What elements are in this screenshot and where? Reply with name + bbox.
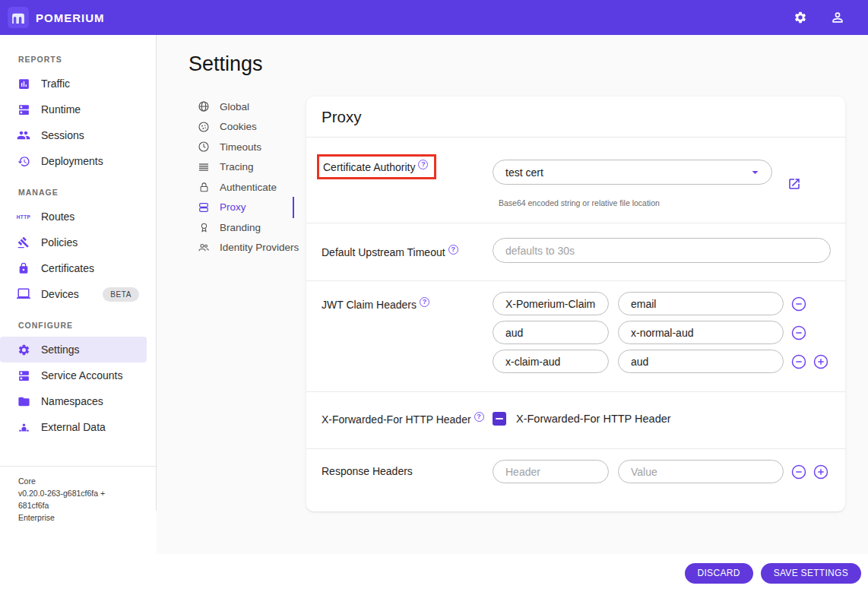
page-title: Settings — [188, 50, 868, 78]
certificate-authority-helper: Base64 encoded string or relative file l… — [499, 198, 831, 207]
jwt-claim-pair — [493, 321, 831, 344]
proxy-settings-card: Proxy Certificate Authority test cert — [306, 97, 845, 511]
devices-icon — [17, 287, 30, 301]
x-forwarded-for-checkbox[interactable] — [493, 412, 506, 426]
sidebar-item-policies[interactable]: Policies — [0, 230, 147, 255]
sidebar-item-namespaces[interactable]: Namespaces — [0, 388, 147, 414]
jwt-claim-header-input[interactable] — [493, 350, 609, 373]
clock-icon — [198, 141, 210, 153]
add-row-icon[interactable] — [813, 464, 829, 480]
tab-timeouts[interactable]: Timeouts — [188, 137, 306, 157]
sidebar-item-service-accounts[interactable]: Service Accounts — [0, 362, 147, 388]
subnav-label: Cookies — [220, 121, 257, 132]
jwt-claim-value-input[interactable] — [618, 321, 784, 344]
jwt-claim-header-input[interactable] — [493, 292, 609, 315]
response-header-value-input[interactable] — [618, 460, 784, 483]
remove-row-icon[interactable] — [790, 464, 807, 480]
help-icon[interactable] — [474, 412, 484, 422]
sidebar-item-settings[interactable]: Settings — [0, 337, 147, 362]
sessions-icon — [17, 128, 30, 142]
jwt-claim-headers-row: JWT Claim Headers — [306, 281, 845, 391]
sidebar-item-label: Routes — [41, 211, 74, 223]
certificate-authority-label: Certificate Authority — [323, 161, 415, 173]
save-settings-button[interactable]: SAVE SETTINGS — [761, 563, 861, 584]
certificate-authority-row: Certificate Authority test cert — [306, 138, 845, 223]
pomerium-logo-icon — [8, 7, 29, 28]
runtime-icon — [17, 103, 30, 116]
sidebar: REPORTS Traffic Runtime Sessions Deploym… — [0, 35, 157, 554]
sidebar-item-external-data[interactable]: External Data — [0, 414, 147, 440]
settings-gear-icon[interactable] — [794, 11, 807, 24]
help-icon[interactable] — [418, 160, 428, 169]
discard-button[interactable]: DISCARD — [685, 563, 753, 584]
sidebar-item-label: Settings — [41, 343, 80, 356]
tab-global[interactable]: Global — [188, 97, 306, 117]
sidebar-item-routes[interactable]: HTTP Routes — [0, 204, 147, 230]
lock-icon — [198, 181, 210, 193]
version-product: Core — [18, 475, 138, 487]
namespaces-icon — [17, 394, 30, 408]
help-icon[interactable] — [448, 245, 458, 255]
subnav-label: Proxy — [220, 201, 246, 213]
card-title: Proxy — [306, 97, 845, 137]
jwt-claim-value-input[interactable] — [618, 292, 784, 315]
add-row-icon[interactable] — [813, 353, 829, 370]
default-upstream-timeout-row: Default Upstream Timeout — [306, 223, 845, 280]
subnav-label: Global — [220, 101, 249, 112]
sidebar-item-label: Policies — [41, 236, 78, 249]
jwt-claim-headers-label: JWT Claim Headers — [322, 299, 417, 311]
tab-branding[interactable]: Branding — [188, 217, 306, 238]
beta-badge: BETA — [103, 287, 139, 302]
tab-tracing[interactable]: Tracing — [188, 157, 306, 178]
sidebar-item-certificates[interactable]: Certificates — [0, 255, 147, 281]
tab-cookies[interactable]: Cookies — [188, 117, 306, 138]
response-header-name-input[interactable] — [493, 460, 609, 483]
routes-icon: HTTP — [17, 210, 30, 223]
tracing-icon — [198, 161, 210, 173]
brand-name: POMERIUM — [36, 11, 105, 24]
sidebar-item-devices[interactable]: Devices BETA — [0, 281, 147, 307]
account-icon[interactable] — [830, 10, 845, 25]
traffic-icon — [17, 77, 30, 90]
external-link-icon[interactable] — [787, 177, 801, 191]
sidebar-item-label: Certificates — [41, 262, 94, 274]
sidebar-item-runtime[interactable]: Runtime — [0, 97, 147, 122]
help-icon[interactable] — [420, 297, 429, 307]
sidebar-item-deployments[interactable]: Deployments — [0, 148, 147, 174]
x-forwarded-for-row: X-Forwarded-For HTTP Header X-Forwarded-… — [306, 392, 845, 448]
sidebar-item-label: Devices — [41, 288, 79, 300]
annotation-highlight-box: Certificate Authority — [317, 154, 436, 179]
sidebar-item-label: Runtime — [41, 103, 81, 116]
settings-subnav: Global Cookies Timeouts — [188, 97, 306, 258]
tab-identity-providers[interactable]: Identity Providers — [188, 238, 306, 258]
sidebar-item-traffic[interactable]: Traffic — [0, 71, 147, 97]
subnav-label: Identity Providers — [220, 242, 299, 253]
cookie-icon — [198, 121, 210, 133]
subnav-label: Authenticate — [220, 182, 277, 193]
service-accounts-icon — [17, 369, 30, 382]
jwt-claim-value-input[interactable] — [618, 350, 784, 373]
response-header-pair — [493, 460, 831, 483]
tab-authenticate[interactable]: Authenticate — [188, 177, 306, 198]
sidebar-section-reports: REPORTS — [0, 41, 157, 71]
x-forwarded-for-label: X-Forwarded-For HTTP Header — [322, 413, 471, 426]
default-upstream-timeout-input[interactable] — [493, 238, 831, 263]
proxy-icon — [198, 201, 210, 214]
sidebar-item-label: Traffic — [41, 78, 70, 90]
remove-row-icon[interactable] — [790, 324, 807, 341]
sidebar-item-label: Namespaces — [41, 395, 103, 407]
certificate-authority-select[interactable]: test cert — [493, 160, 772, 185]
version-info: Core v0.20.0-263-g681cf6fa + 681cf6fa En… — [0, 466, 156, 532]
sidebar-item-sessions[interactable]: Sessions — [0, 122, 147, 148]
default-upstream-timeout-label: Default Upstream Timeout — [322, 246, 445, 258]
remove-row-icon[interactable] — [790, 353, 807, 370]
tab-proxy[interactable]: Proxy — [188, 198, 306, 218]
sidebar-section-configure: CONFIGURE — [0, 307, 157, 337]
jwt-claim-header-input[interactable] — [493, 321, 609, 344]
external-data-icon — [17, 420, 30, 434]
settings-icon — [17, 343, 30, 356]
main-content: Settings Global Cookies — [157, 35, 868, 554]
remove-row-icon[interactable] — [790, 296, 807, 312]
action-footer: DISCARD SAVE SETTINGS — [0, 554, 868, 592]
sidebar-section-manage: MANAGE — [0, 174, 157, 204]
